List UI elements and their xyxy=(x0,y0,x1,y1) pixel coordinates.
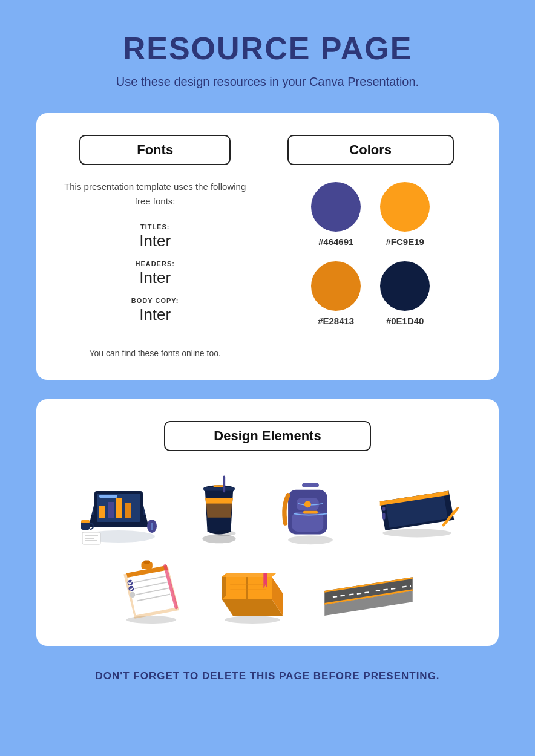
notebook-icon xyxy=(216,558,289,624)
svg-point-24 xyxy=(288,535,333,544)
clipboard-icon xyxy=(118,558,185,624)
page-title: RESOURCE PAGE xyxy=(123,30,413,67)
footer-text: DON'T FORGET TO DELETE THIS PAGE BEFORE … xyxy=(95,670,439,682)
fonts-label: Fonts xyxy=(79,135,231,165)
font-titles-value: Inter xyxy=(139,232,171,250)
color-hex-4: #0E1D40 xyxy=(386,316,424,326)
fonts-colors-card: Fonts This presentation template uses th… xyxy=(36,113,499,380)
design-elements-bottom-row xyxy=(102,558,433,624)
color-item-1: #464691 xyxy=(311,182,361,247)
svg-marker-58 xyxy=(222,573,277,577)
color-item-2: #FC9E19 xyxy=(380,182,430,247)
svg-point-50 xyxy=(128,586,134,591)
design-item-road xyxy=(320,561,417,621)
svg-point-51 xyxy=(130,592,135,598)
color-circle-1 xyxy=(311,182,361,232)
tablet-icon xyxy=(375,479,459,539)
fonts-footer: You can find these fonts online too. xyxy=(89,348,220,358)
design-item-laptop xyxy=(76,473,161,546)
font-headers-value: Inter xyxy=(135,269,174,287)
coffee-icon xyxy=(192,473,246,546)
svg-point-23 xyxy=(213,530,235,536)
fonts-description: This presentation template uses the foll… xyxy=(61,180,249,209)
svg-rect-20 xyxy=(203,487,235,491)
svg-rect-9 xyxy=(99,495,117,498)
svg-point-53 xyxy=(225,616,280,624)
design-item-notebook xyxy=(216,558,289,624)
page-subtitle: Use these design resources in your Canva… xyxy=(116,75,419,89)
svg-rect-6 xyxy=(108,502,114,518)
svg-rect-27 xyxy=(302,483,319,487)
design-elements-label: Design Elements xyxy=(164,421,371,451)
font-item-titles: TITLES: Inter xyxy=(139,223,171,250)
color-item-4: #0E1D40 xyxy=(380,261,430,326)
font-item-headers: HEADERS: Inter xyxy=(135,260,174,287)
svg-rect-28 xyxy=(303,511,318,514)
design-elements-top-row xyxy=(61,473,474,546)
svg-rect-8 xyxy=(125,503,131,518)
svg-point-31 xyxy=(382,529,451,537)
svg-rect-22 xyxy=(223,476,225,493)
color-hex-2: #FC9E19 xyxy=(386,236,424,247)
colors-label: Colors xyxy=(287,135,454,165)
color-circle-2 xyxy=(380,182,430,232)
font-body-value: Inter xyxy=(131,305,179,324)
color-circle-4 xyxy=(380,261,430,311)
font-titles-label: TITLES: xyxy=(139,223,171,230)
font-item-body: BODY COPY: Inter xyxy=(131,297,179,324)
backpack-icon xyxy=(277,473,344,546)
svg-point-30 xyxy=(304,501,310,507)
font-headers-label: HEADERS: xyxy=(135,260,174,267)
colors-section: Colors #464691 #FC9E19 #E28413 #0E1D40 xyxy=(266,135,474,358)
design-item-clipboard xyxy=(118,558,185,624)
svg-point-49 xyxy=(127,580,133,585)
color-circle-3 xyxy=(311,261,361,311)
svg-rect-13 xyxy=(81,520,90,523)
design-item-coffee xyxy=(192,473,246,546)
color-item-3: #E28413 xyxy=(311,261,361,326)
svg-rect-44 xyxy=(143,561,150,564)
laptop-icon xyxy=(76,473,161,546)
svg-point-18 xyxy=(202,535,235,544)
svg-marker-57 xyxy=(222,573,226,599)
svg-rect-7 xyxy=(116,498,122,518)
font-body-label: BODY COPY: xyxy=(131,297,179,304)
svg-rect-37 xyxy=(382,513,385,520)
design-item-tablet xyxy=(375,479,459,539)
svg-point-39 xyxy=(126,616,176,624)
svg-rect-5 xyxy=(99,506,105,518)
svg-rect-38 xyxy=(382,507,385,511)
color-hex-1: #464691 xyxy=(318,236,353,247)
fonts-section: Fonts This presentation template uses th… xyxy=(61,135,249,358)
color-grid: #464691 #FC9E19 #E28413 #0E1D40 xyxy=(311,182,430,326)
road-icon xyxy=(320,561,417,621)
color-hex-3: #E28413 xyxy=(318,316,354,326)
design-elements-card: Design Elements xyxy=(36,399,499,646)
design-item-backpack xyxy=(277,473,344,546)
